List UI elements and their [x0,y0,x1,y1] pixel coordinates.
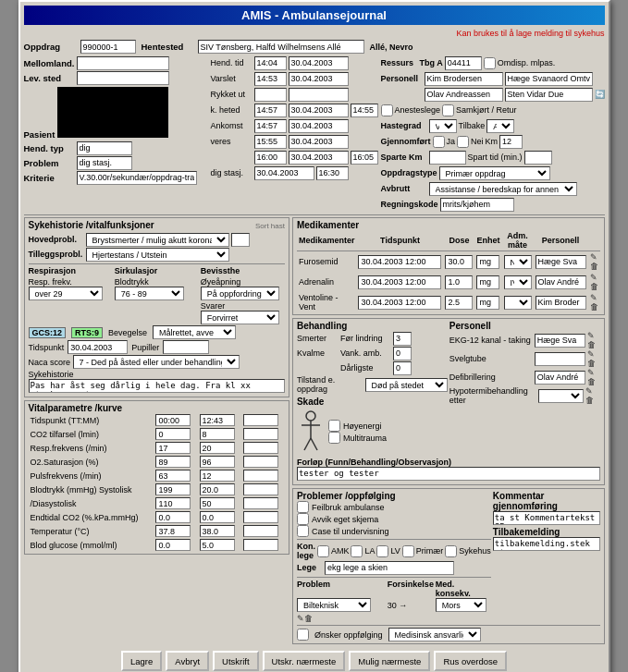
oppdrag-input[interactable] [80,40,136,54]
tilstand-select[interactable]: Død på stedet [365,378,448,392]
kommentar-textarea[interactable]: ta st Kommentartekst SP [493,511,600,525]
forlop-textarea[interactable]: tester og tester [297,467,600,481]
avbryt-button[interactable]: Avbryt [166,651,209,671]
oyeaapning-select[interactable]: På oppfordring [201,287,279,300]
lev-extra[interactable] [351,151,378,165]
klar-heted-date[interactable] [289,104,349,117]
vital-v1-8[interactable] [155,525,191,537]
anesteslege-check[interactable] [381,104,393,116]
oppdragstype-select[interactable]: Primær oppdrag [439,166,550,180]
vital-v2-3[interactable] [200,456,235,468]
vital-v1-6[interactable] [155,497,191,509]
vital-v2-5[interactable] [200,483,235,495]
resp-frekv-select[interactable]: over 29 [29,287,103,300]
bevegelse-select[interactable]: Målrettet, avve [153,325,236,339]
hentested-input[interactable] [198,40,364,54]
klar-heted-time[interactable] [254,104,287,117]
vital-v2-0[interactable] [200,414,235,426]
vital-v3-6[interactable] [243,497,278,509]
tilleggsprobl-select[interactable]: Hjertestans / Utstein [86,248,229,262]
lv-check[interactable] [376,545,388,557]
med-personell-2[interactable] [536,296,586,310]
hastegrad-select[interactable]: V [429,119,457,133]
omdisp-check[interactable] [484,57,496,69]
ja-check[interactable] [433,136,445,148]
personell2-input[interactable] [505,72,593,86]
vital-v1-7[interactable] [155,511,191,523]
med-enhet-1[interactable] [476,275,499,289]
kriterie-input[interactable] [77,171,197,185]
personell4-input[interactable] [505,88,593,102]
hend-tid-time[interactable] [254,56,287,70]
vital-v3-0[interactable] [243,414,278,426]
vital-v2-6[interactable] [200,497,235,509]
utskrift-button[interactable]: Utskrift [213,651,259,671]
med-date-0[interactable] [358,255,441,269]
ekg-personell[interactable] [535,334,585,348]
svarer-select[interactable]: Forvirret [201,311,279,324]
avvik-check[interactable] [297,513,309,525]
vital-v3-5[interactable] [243,483,278,495]
vital-v2-2[interactable] [200,442,235,454]
levsted-input[interactable] [77,71,169,85]
ankomst-date[interactable] [289,119,349,133]
veres-date[interactable] [289,135,349,149]
medkonsekv-select[interactable]: Mors [436,598,486,612]
tilbakemelding-textarea[interactable]: tilbakemelding.stek st [493,537,600,551]
vital-v1-0[interactable] [155,414,191,426]
med-date-2[interactable] [358,296,441,310]
multitraum-check[interactable] [328,432,340,444]
med-personell-0[interactable] [536,255,586,269]
case-check[interactable] [297,525,309,537]
hovedprobl-select[interactable]: Brystsmerter / mulig akutt koronarsyndr. [86,233,229,247]
vital-v2-1[interactable] [200,428,235,440]
vital-v3-1[interactable] [243,428,278,440]
med-personell-1[interactable] [536,275,586,289]
problem-row-select[interactable]: Bilteknisk [297,598,371,612]
problem-icons[interactable]: ✎🗑 [297,614,386,623]
naca-select[interactable]: 7 - Ded på åsted eller under behandling [73,355,240,369]
lagre-button[interactable]: Lagre [121,651,162,671]
rykket-ut-date[interactable] [289,88,349,102]
hypotermibe-icons[interactable]: ✎🗑 [585,386,599,405]
km-input[interactable] [499,135,523,149]
vital-v1-9[interactable] [155,539,191,551]
med-adm-2[interactable] [504,296,532,310]
med-action-2[interactable]: ✎ 🗑 [590,293,598,312]
varslet-time[interactable] [254,72,287,86]
feilbruk-check[interactable] [297,501,309,513]
blodtrykk-select[interactable]: 76 - 89 [115,287,184,300]
vital-v3-9[interactable] [243,539,278,551]
vital-v3-4[interactable] [243,470,278,482]
vital-v1-3[interactable] [155,456,191,468]
onsker-check[interactable] [297,629,309,641]
medisinsk-select[interactable]: Medisinsk ansvarlig [388,628,481,641]
med-date-1[interactable] [358,275,441,289]
problem-input[interactable] [77,156,132,170]
lege-input[interactable] [325,561,454,575]
tidspunkt-input[interactable] [68,340,128,354]
med-action-1[interactable]: ✎ 🗑 [590,273,598,291]
la-check[interactable] [351,545,363,557]
samkjort-check[interactable] [442,104,454,116]
vital-v2-4[interactable] [200,470,235,482]
sparttid-input[interactable] [524,151,552,165]
vital-v3-2[interactable] [243,442,278,454]
regningskode-input[interactable] [440,198,514,212]
defibr-icons[interactable]: ✎🗑 [587,368,600,386]
hend-tid-date[interactable] [289,56,349,70]
personell3-input[interactable] [425,88,503,102]
ekg-icons[interactable]: ✎🗑 [587,331,600,349]
forstehjelp-input[interactable] [393,332,412,346]
lev-time[interactable] [254,151,287,165]
hend-type-input[interactable] [77,141,132,155]
varslet-date[interactable] [289,72,349,86]
tilbake-select[interactable]: A [486,119,514,133]
personell1-input[interactable] [425,72,503,86]
sykehistorie-textarea[interactable]: Pas har åst seg dårlig i hele dag. Fra k… [29,379,285,393]
vital-v2-7[interactable] [200,511,235,523]
sykehus-check[interactable] [445,545,457,557]
med-adm-0[interactable]: Na [504,255,532,269]
ankomst-time[interactable] [254,119,287,133]
lev-date[interactable] [289,151,349,165]
